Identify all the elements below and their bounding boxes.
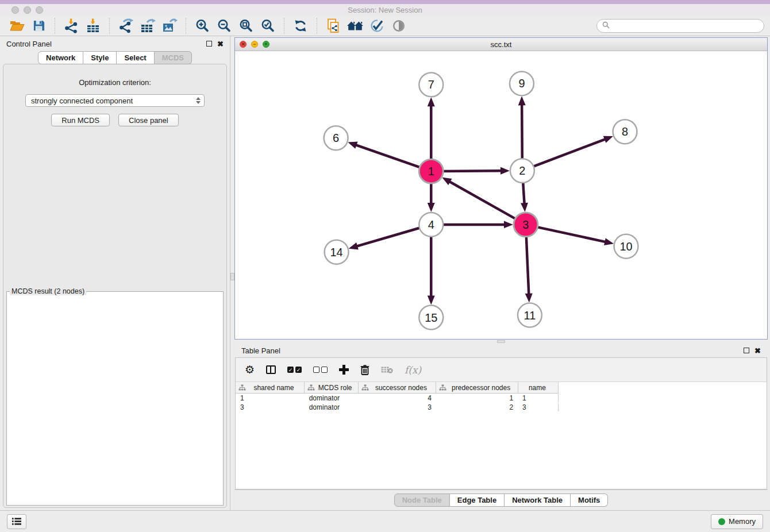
graph-edge-arrowhead [504,221,513,228]
titlebar[interactable]: Session: New Session [0,4,770,16]
zoom-window-icon[interactable] [36,6,43,14]
import-network-icon[interactable] [62,17,80,34]
tab-select[interactable]: Select [117,51,154,64]
table-tabs-bar: Node Table Edge Table Network Table Moti… [234,489,768,510]
zoom-selected-icon[interactable] [259,17,277,34]
graph-edge-3-10[interactable] [537,227,607,242]
network-file-icon[interactable] [324,17,342,34]
vertical-split-divider[interactable] [230,36,234,510]
graph-node-label-10: 10 [619,240,632,253]
cell-shared-name[interactable]: 1 [236,394,305,402]
horizontal-split-divider[interactable] [234,340,768,344]
cell-predecessor-nodes[interactable]: 1 [436,394,518,402]
visual-properties-icon[interactable] [368,17,386,34]
delete-column-icon[interactable] [360,365,369,375]
task-history-button[interactable] [7,514,26,529]
open-session-icon[interactable] [7,17,26,34]
cell-successor-nodes[interactable]: 4 [359,394,436,402]
graph-edge-2-3[interactable] [523,183,524,205]
tab-node-table[interactable]: Node Table [394,494,450,507]
maximize-network-icon[interactable] [263,41,270,48]
application-window: Session: New Session [0,0,770,532]
graph-node-label-2: 2 [519,164,525,177]
cell-successor-nodes[interactable]: 3 [359,403,436,411]
close-window-icon[interactable] [11,6,19,14]
graph-edge-2-8[interactable] [534,138,607,166]
tab-style[interactable]: Style [83,51,117,64]
column-header-mcds-role[interactable]: MCDS role [305,382,359,393]
cell-mcds-role[interactable]: dominator [305,394,359,402]
minimize-window-icon[interactable] [24,6,31,14]
close-table-panel-icon[interactable] [754,347,761,354]
close-panel-icon[interactable] [217,40,224,48]
deselect-all-columns-icon[interactable] [313,367,328,373]
network-window-titlebar[interactable]: scc.txt [235,38,767,51]
show-columns-icon[interactable] [266,365,276,374]
table-row[interactable]: 3 dominator 3 2 3 [236,403,559,412]
graph-edge-1-2[interactable] [443,171,503,171]
graph-edge-arrowhead [604,238,614,245]
cell-mcds-role[interactable]: dominator [305,403,359,411]
add-column-icon[interactable] [339,365,349,375]
network-graph[interactable]: 7968124314101511 [235,51,767,339]
network-canvas[interactable]: 7968124314101511 [235,51,767,339]
zoom-out-icon[interactable] [215,17,233,34]
search-input[interactable] [613,21,759,30]
export-network-icon[interactable] [117,17,135,34]
column-header-name[interactable]: name [518,382,559,393]
column-header-predecessor-nodes[interactable]: predecessor nodes [436,382,518,393]
cell-shared-name[interactable]: 3 [236,403,305,411]
tab-motifs[interactable]: Motifs [571,494,608,507]
cell-name[interactable]: 3 [518,403,559,411]
close-network-icon[interactable] [240,41,247,48]
tab-network[interactable]: Network [38,51,83,64]
graph-node-label-15: 15 [425,311,437,324]
divider-grip[interactable] [497,340,505,343]
float-panel-icon[interactable] [206,41,212,47]
refresh-icon[interactable] [291,17,310,34]
tab-edge-table[interactable]: Edge Table [450,494,505,507]
graph-edge-2-9[interactable] [522,103,522,159]
attribute-tree-icon [439,384,446,391]
table-settings-gear-icon[interactable]: ⚙ [245,364,255,375]
column-header-successor-nodes[interactable]: successor nodes [359,382,437,393]
close-panel-button[interactable]: Close panel [118,114,179,126]
import-table-icon[interactable] [84,17,102,34]
zoom-in-icon[interactable] [193,17,211,34]
table-panel-title: Table Panel [241,346,280,355]
run-mcds-button[interactable]: Run MCDS [51,114,110,126]
select-all-columns-icon[interactable] [287,367,302,373]
cell-predecessor-nodes[interactable]: 2 [436,403,518,411]
export-table-icon[interactable] [138,17,157,34]
eye-icon[interactable] [390,17,408,34]
graph-edge-arrowhead [525,293,533,302]
divider-grip[interactable] [230,273,234,280]
table-panel-header: Table Panel [234,344,768,357]
table-header-row: shared name MCDS role successor nodes [236,382,559,394]
graph-edge-3-11[interactable] [526,237,529,296]
control-panel: Control Panel Network Style Select MCDS … [0,36,230,510]
graph-edge-3-1[interactable] [448,181,515,219]
tab-mcds[interactable]: MCDS [155,51,192,64]
tab-network-table[interactable]: Network Table [505,494,571,507]
save-session-icon[interactable] [29,17,48,34]
export-image-icon[interactable] [160,17,179,34]
home-icon[interactable] [346,17,364,34]
graph-edge-1-6[interactable] [355,144,420,167]
table-row[interactable]: 1 dominator 4 1 1 [236,394,559,403]
graph-node-label-3: 3 [522,218,529,231]
cell-name[interactable]: 1 [518,394,559,402]
network-window-controls [240,38,270,51]
memory-button[interactable]: Memory [711,514,763,529]
attribute-tree-icon [361,384,369,391]
mcds-result-text[interactable]: 1 3 [7,296,215,298]
search-box[interactable] [596,19,764,33]
column-header-shared-name[interactable]: shared name [236,382,305,393]
zoom-fit-icon[interactable] [237,17,255,34]
graph-edge-4-14[interactable] [355,228,419,247]
window-accent-strip [0,0,770,4]
float-table-panel-icon[interactable] [744,348,749,353]
minimize-network-icon[interactable] [251,41,258,48]
graph-edge-arrowhead [348,142,357,149]
criterion-dropdown[interactable]: strongly connected component [25,94,205,107]
